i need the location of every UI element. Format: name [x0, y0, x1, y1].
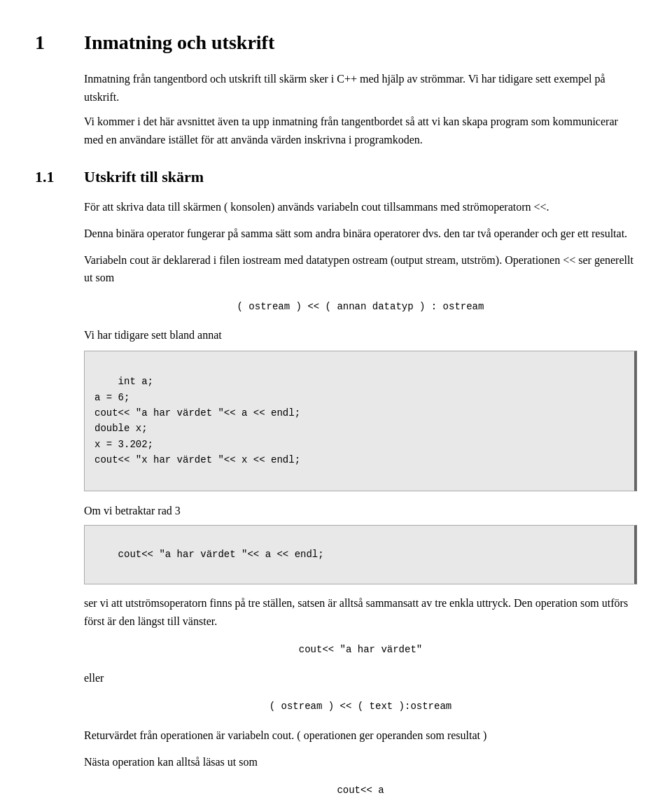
label-eller: eller [84, 670, 637, 687]
section-para-1: För att skriva data till skärmen ( konso… [84, 198, 637, 216]
code-block-1: int a; a = 6; cout<< "a har värdet "<< a… [84, 351, 637, 491]
formula-4: cout<< a [84, 783, 637, 798]
section-para-5: Returvärdet från operationen är variabel… [84, 727, 637, 745]
label-om-vi: Om vi betraktar rad 3 [84, 503, 637, 519]
section-title: Utskrift till skärm [84, 165, 204, 188]
section-number: 1.1 [35, 165, 84, 188]
section-1-1-body: För att skriva data till skärmen ( konso… [84, 198, 637, 800]
chapter-header: 1 Inmatning och utskrift [35, 28, 637, 57]
intro-para-1: Inmatning från tangentbord och utskrift … [84, 70, 637, 106]
chapter-title: Inmatning och utskrift [84, 28, 274, 57]
formula-3: ( ostream ) << ( text ):ostream [84, 699, 637, 714]
chapter-number: 1 [35, 28, 56, 57]
formula-1: ( ostream ) << ( annan datatyp ) : ostre… [84, 300, 637, 314]
intro-para-2: Vi kommer i det här avsnittet även ta up… [84, 113, 637, 148]
section-para-4: ser vi att utströmsoperatorn finns på tr… [84, 594, 637, 630]
section-para-2: Denna binära operator fungerar på samma … [84, 225, 637, 243]
section-para-6: Nästa operation kan alltså läsas ut som [84, 753, 637, 771]
section-para-3: Variabeln cout är deklarerad i filen ios… [84, 251, 637, 287]
formula-2: cout<< "a har värdet" [84, 643, 637, 657]
code-block-2: cout<< "a har värdet "<< a << endl; [84, 525, 637, 584]
section-1-1-header: 1.1 Utskrift till skärm [35, 165, 637, 188]
label-vi-har: Vi har tidigare sett bland annat [84, 327, 637, 344]
